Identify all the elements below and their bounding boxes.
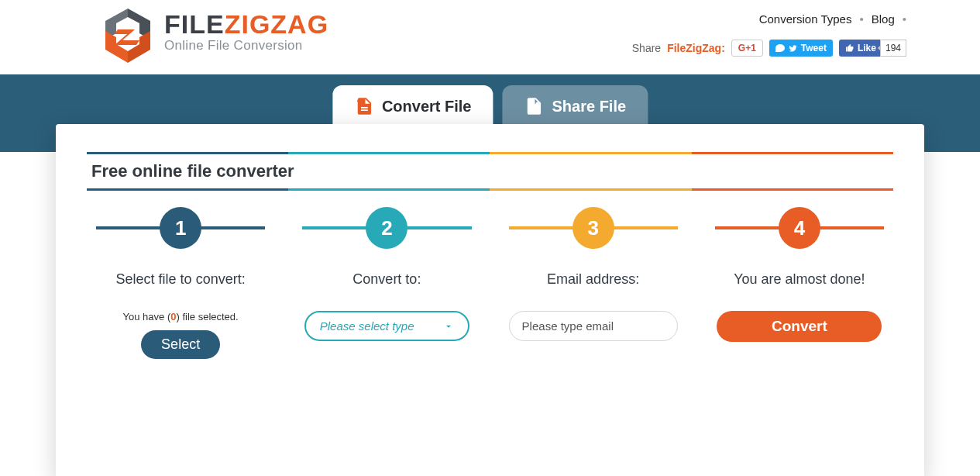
step-3-number: 3	[573, 207, 614, 249]
step-1: 1 Select file to convert: You have (0) f…	[87, 206, 274, 359]
tweet-button[interactable]: Tweet	[769, 40, 833, 57]
step-2-number: 2	[366, 207, 407, 249]
nav-conversion-types[interactable]: Conversion Types	[759, 12, 852, 26]
step-1-number: 1	[160, 207, 201, 249]
facebook-like-button[interactable]: Like	[839, 40, 882, 57]
selected-file-info: You have (0) file selected.	[123, 311, 239, 323]
email-input[interactable]	[509, 311, 678, 341]
tweet-label: Tweet	[801, 43, 827, 53]
share-file-icon	[524, 96, 544, 116]
nav-separator: •	[859, 12, 863, 26]
convert-type-select[interactable]: Please select type	[304, 311, 469, 341]
step-4-title: You are almost done!	[734, 271, 865, 288]
thumbs-up-icon	[845, 43, 854, 53]
google-plus-one-button[interactable]: G+1	[731, 40, 763, 57]
logo-text: FILEZIGZAG Online File Conversion	[164, 9, 328, 53]
step-3-title: Email address:	[547, 271, 639, 288]
convert-file-icon	[354, 96, 374, 116]
twitter-icon	[788, 44, 798, 53]
main-tabs: Convert File Share File	[332, 85, 648, 127]
site-header: FILEZIGZAG Online File Conversion Conver…	[0, 0, 980, 74]
convert-button[interactable]: Convert	[717, 311, 882, 342]
convert-type-placeholder: Please select type	[320, 319, 414, 333]
chevron-down-icon	[443, 321, 454, 332]
step-3: 3 Email address:	[500, 206, 687, 359]
nav-blog[interactable]: Blog	[872, 12, 895, 26]
heading-rule-bottom	[87, 188, 893, 191]
step-2: 2 Convert to: Please select type	[293, 206, 480, 359]
zigzag-hexagon-icon	[101, 5, 155, 67]
tab-convert-label: Convert File	[382, 98, 472, 116]
brand-zig: ZIGZAG	[225, 9, 328, 39]
tab-convert-file[interactable]: Convert File	[332, 85, 493, 127]
step-4-number: 4	[779, 207, 820, 249]
like-label: Like	[858, 43, 876, 53]
share-row: Share FileZigZag: G+1 Tweet Like 194	[632, 40, 906, 57]
share-brand: FileZigZag:	[667, 42, 725, 54]
like-count: 194	[880, 40, 906, 57]
select-file-button[interactable]: Select	[141, 330, 220, 359]
site-logo[interactable]: FILEZIGZAG Online File Conversion	[101, 5, 328, 67]
step-2-title: Convert to:	[352, 271, 421, 288]
brand-file: FILE	[164, 9, 225, 39]
share-lead: Share	[632, 42, 661, 54]
tab-share-file[interactable]: Share File	[502, 85, 648, 127]
step-4: 4 You are almost done! Convert	[706, 206, 893, 359]
top-nav: Conversion Types • Blog •	[759, 12, 906, 26]
nav-separator: •	[903, 12, 906, 26]
main-card: Free online file converter 1 Select file…	[56, 124, 924, 476]
tab-share-label: Share File	[552, 98, 626, 116]
card-heading: Free online file converter	[87, 154, 893, 188]
step-1-title: Select file to convert:	[116, 271, 246, 288]
brand-subtitle: Online File Conversion	[164, 38, 328, 53]
